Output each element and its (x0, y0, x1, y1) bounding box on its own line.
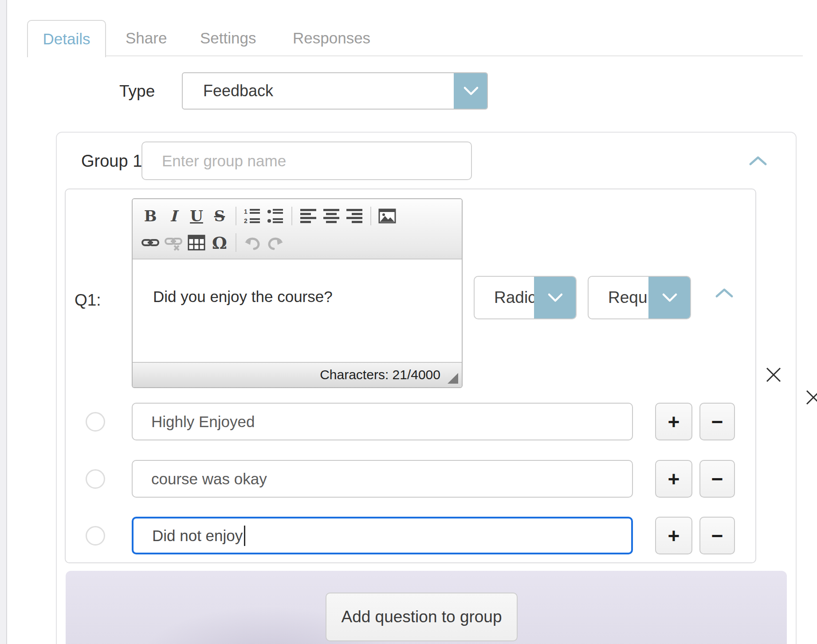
tab-strip-underline (106, 55, 803, 56)
tab-share[interactable]: Share (126, 29, 167, 47)
resize-handle-icon[interactable] (448, 373, 458, 384)
numbered-list-icon: 1 2 (244, 208, 261, 224)
redo-icon (267, 234, 284, 251)
minus-icon: − (711, 410, 723, 434)
align-center-button[interactable] (320, 204, 343, 228)
bulleted-list-icon (267, 208, 284, 224)
bulleted-list-button[interactable] (264, 204, 287, 228)
table-icon (188, 234, 205, 251)
minus-icon: − (711, 524, 723, 548)
question-required-value: Requ (589, 288, 648, 307)
toolbar-separator (370, 207, 371, 225)
option-radio-button[interactable] (86, 526, 105, 546)
remove-option-button[interactable]: − (699, 403, 735, 440)
editor-footer: Characters: 21/4000 (133, 362, 462, 387)
add-question-to-group-label: Add question to group (341, 608, 502, 626)
question-number-label: Q1: (75, 291, 101, 310)
option-text: Did not enjoy (152, 527, 243, 545)
tab-details-label: Details (43, 30, 90, 48)
plus-icon: + (668, 524, 680, 548)
underline-button[interactable]: U (185, 204, 208, 228)
bold-icon: B (144, 207, 157, 225)
image-icon (378, 208, 396, 224)
align-center-icon (323, 208, 340, 224)
editor-toolbar-row-1: B I U S 1 2 (139, 203, 456, 229)
remove-option-button[interactable]: − (699, 517, 735, 554)
chevron-down-icon (546, 292, 564, 303)
question-required-select[interactable]: Requ (588, 276, 691, 319)
toolbar-separator (236, 207, 236, 225)
option-text: Highly Enjoyed (151, 413, 255, 431)
tab-settings[interactable]: Settings (200, 29, 256, 47)
question-type-value: Radic (475, 288, 534, 307)
add-option-button[interactable]: + (655, 460, 692, 498)
chevron-down-icon (462, 86, 480, 96)
unlink-icon (165, 234, 182, 251)
option-text-input[interactable]: Highly Enjoyed (132, 403, 633, 440)
add-question-to-group-button[interactable]: Add question to group (326, 593, 518, 641)
numbered-list-button[interactable]: 1 2 (241, 204, 264, 228)
question-type-select-button[interactable] (534, 276, 577, 319)
delete-group-icon[interactable] (803, 387, 817, 408)
unlink-button[interactable] (162, 231, 185, 255)
option-radio-button[interactable] (86, 412, 105, 432)
underline-icon: U (190, 207, 203, 225)
align-right-icon (346, 208, 363, 224)
option-text: course was okay (151, 470, 267, 488)
text-cursor (244, 526, 245, 546)
link-button[interactable] (139, 231, 162, 255)
tab-details[interactable]: Details (27, 20, 106, 57)
delete-question-icon[interactable] (763, 365, 784, 385)
insert-image-button[interactable] (376, 204, 399, 228)
strikethrough-icon: S (214, 207, 225, 225)
bold-button[interactable]: B (139, 204, 162, 228)
option-text-input[interactable]: course was okay (132, 460, 633, 498)
question-text[interactable]: Did you enjoy the course? (133, 259, 462, 362)
chevron-down-icon (661, 292, 679, 303)
special-character-button[interactable]: Ω (208, 231, 231, 255)
strikethrough-button[interactable]: S (208, 204, 231, 228)
plus-icon: + (668, 467, 680, 491)
type-select[interactable]: Feedback (182, 72, 488, 110)
italic-button[interactable]: I (162, 204, 185, 228)
form-builder-page: Details Share Settings Responses Type Fe… (0, 0, 817, 644)
question-required-select-button[interactable] (648, 276, 691, 319)
toolbar-separator (236, 233, 236, 252)
add-option-button[interactable]: + (655, 517, 692, 554)
align-left-icon (300, 208, 317, 224)
svg-text:2: 2 (244, 217, 247, 224)
option-radio-button[interactable] (86, 469, 105, 489)
left-gutter (0, 0, 7, 644)
tab-responses[interactable]: Responses (293, 29, 370, 47)
align-left-button[interactable] (297, 204, 320, 228)
group-title: Group 1 (81, 152, 142, 171)
toolbar-separator (291, 207, 292, 225)
align-right-button[interactable] (343, 204, 366, 228)
editor-toolbar-row-2: Ω (139, 230, 456, 255)
svg-text:1: 1 (244, 208, 247, 215)
group-collapse-chevron-up-icon[interactable] (748, 156, 768, 166)
special-character-icon: Ω (212, 233, 227, 253)
type-field-label: Type (119, 82, 155, 101)
character-counter: Characters: 21/4000 (320, 367, 440, 382)
remove-option-button[interactable]: − (699, 460, 735, 498)
type-select-button[interactable] (454, 72, 488, 110)
undo-button[interactable] (241, 231, 264, 255)
group-name-input[interactable] (141, 141, 472, 180)
undo-icon (244, 234, 261, 251)
add-option-button[interactable]: + (655, 403, 692, 440)
link-icon (141, 234, 159, 251)
editor-toolbar: B I U S 1 2 (133, 199, 462, 259)
option-text-input-focused[interactable]: Did not enjoy (132, 517, 633, 554)
question-collapse-chevron-up-icon[interactable] (715, 288, 734, 298)
question-type-select[interactable]: Radic (474, 276, 577, 319)
type-select-value: Feedback (183, 82, 454, 100)
question-rich-text-editor[interactable]: B I U S 1 2 (132, 198, 463, 388)
minus-icon: − (711, 467, 723, 491)
insert-table-button[interactable] (185, 231, 208, 255)
plus-icon: + (668, 410, 680, 434)
italic-icon: I (170, 207, 177, 225)
redo-button[interactable] (264, 231, 287, 255)
